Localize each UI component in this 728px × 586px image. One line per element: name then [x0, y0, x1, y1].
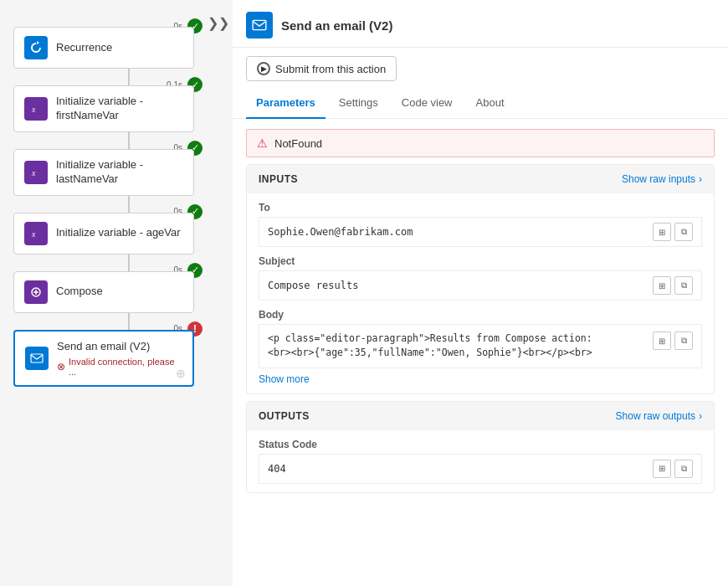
panel-divider: ❯❯: [208, 0, 233, 586]
to-table-btn[interactable]: ⊞: [653, 223, 671, 241]
connector-3: [128, 196, 130, 213]
status-code-field: 404 ⊞ ⧉: [259, 454, 702, 484]
body-table-btn[interactable]: ⊞: [653, 332, 671, 350]
email-icon: [25, 347, 49, 370]
tab-code-view[interactable]: Code view: [392, 90, 463, 119]
body-copy-btn[interactable]: ⧉: [674, 332, 693, 350]
submit-button-label: Submit from this action: [275, 63, 386, 75]
inputs-content: To Sophie.Owen@fabrikam.com ⊞ ⧉ Subject …: [247, 193, 714, 393]
tabs-row: Parameters Settings Code view About: [233, 90, 728, 119]
svg-text:x: x: [31, 105, 36, 114]
status-copy-btn[interactable]: ⧉: [674, 460, 693, 478]
to-field: Sophie.Owen@fabrikam.com ⊞ ⧉: [259, 217, 702, 247]
body-field-actions: ⊞ ⧉: [653, 332, 693, 350]
connector-4: [128, 254, 130, 271]
init-age-node[interactable]: x Initialize variable - ageVar: [13, 213, 194, 254]
svg-text:x: x: [31, 168, 36, 177]
variable-icon-1: x: [24, 97, 48, 121]
status-code-value: 404: [268, 463, 286, 475]
body-value-text: <p class="editor-paragraph">Results from…: [268, 332, 653, 361]
status-table-btn[interactable]: ⊞: [653, 460, 671, 478]
error-banner-text: NotFound: [274, 137, 322, 150]
compose-label: Compose: [56, 285, 103, 299]
to-value: Sophie.Owen@fabrikam.com: [268, 226, 413, 238]
svg-rect-6: [31, 354, 43, 362]
connector-5: [128, 313, 130, 330]
recurrence-label: Recurrence: [56, 41, 112, 55]
inputs-section-header: INPUTS Show raw inputs ›: [247, 165, 714, 193]
init-lastname-node[interactable]: x Initialize variable - lastNameVar: [13, 149, 194, 196]
tab-settings[interactable]: Settings: [329, 90, 388, 119]
to-field-actions: ⊞ ⧉: [653, 223, 693, 241]
show-raw-outputs-label: Show raw outputs: [616, 410, 695, 422]
subject-label: Subject: [259, 255, 702, 267]
warning-icon: ⚠: [257, 136, 268, 150]
body-field: <p class="editor-paragraph">Results from…: [259, 324, 702, 368]
tab-about[interactable]: About: [466, 90, 515, 119]
subject-copy-btn[interactable]: ⧉: [674, 276, 693, 295]
init-lastname-label: Initialize variable - lastNameVar: [56, 158, 183, 187]
subject-field-actions: ⊞ ⧉: [653, 276, 693, 295]
outputs-title: OUTPUTS: [259, 410, 310, 422]
body-label: Body: [259, 309, 702, 321]
init-firstname-node[interactable]: x Initialize variable - firstNameVar: [13, 85, 194, 132]
compose-icon: [24, 280, 48, 304]
show-raw-outputs-link[interactable]: Show raw outputs ›: [616, 410, 702, 422]
send-email-label: Send an email (V2): [57, 340, 150, 352]
subject-table-btn[interactable]: ⊞: [653, 276, 671, 295]
outputs-content: Status Code 404 ⊞ ⧉: [247, 430, 714, 492]
send-email-node[interactable]: Send an email (V2) ⊗ Invalid connection,…: [13, 330, 194, 388]
show-raw-inputs-link[interactable]: Show raw inputs ›: [622, 173, 702, 185]
recurrence-icon: [24, 36, 48, 59]
flow-canvas: 0s Recurrence 0.1s x Initialize variable…: [0, 0, 208, 586]
variable-icon-2: x: [24, 161, 48, 184]
connector-2: [128, 132, 130, 149]
inputs-section: INPUTS Show raw inputs › To Sophie.Owen@…: [246, 164, 715, 394]
outputs-section: OUTPUTS Show raw outputs › Status Code 4…: [246, 401, 715, 493]
init-firstname-label: Initialize variable - firstNameVar: [56, 95, 183, 123]
send-email-error: ⊗ Invalid connection, please ...: [57, 357, 182, 377]
inputs-title: INPUTS: [259, 173, 298, 185]
action-header-icon: [246, 12, 273, 39]
init-age-label: Initialize variable - ageVar: [56, 226, 181, 240]
action-header: Send an email (V2): [233, 0, 728, 48]
status-code-label: Status Code: [259, 439, 702, 450]
submit-play-icon: ▶: [257, 62, 270, 75]
compose-node[interactable]: Compose: [13, 271, 194, 313]
to-label: To: [259, 202, 702, 213]
subject-value: Compose results: [268, 280, 358, 291]
link-icon: ⊕: [176, 367, 186, 380]
status-code-field-actions: ⊞ ⧉: [653, 460, 693, 478]
chevron-right-icon: ›: [699, 173, 702, 185]
show-raw-inputs-label: Show raw inputs: [622, 173, 695, 185]
show-more-link[interactable]: Show more: [259, 373, 702, 385]
svg-text:x: x: [31, 229, 36, 239]
expand-icon[interactable]: ❯❯: [208, 15, 229, 31]
tab-parameters[interactable]: Parameters: [246, 90, 326, 119]
error-circle-icon: ⊗: [57, 361, 65, 373]
connector-1: [128, 69, 130, 85]
outputs-chevron-icon: ›: [699, 410, 702, 422]
action-detail-panel: Send an email (V2) ▶ Submit from this ac…: [233, 0, 728, 586]
submit-button[interactable]: ▶ Submit from this action: [246, 56, 397, 81]
error-banner: ⚠ NotFound: [246, 129, 715, 157]
action-title: Send an email (V2): [281, 18, 392, 33]
variable-icon-3: x: [24, 222, 48, 245]
outputs-section-header: OUTPUTS Show raw outputs ›: [247, 402, 714, 430]
recurrence-node[interactable]: Recurrence: [13, 27, 194, 69]
subject-field: Compose results ⊞ ⧉: [259, 270, 702, 301]
to-copy-btn[interactable]: ⧉: [674, 223, 693, 241]
svg-rect-7: [253, 20, 266, 29]
